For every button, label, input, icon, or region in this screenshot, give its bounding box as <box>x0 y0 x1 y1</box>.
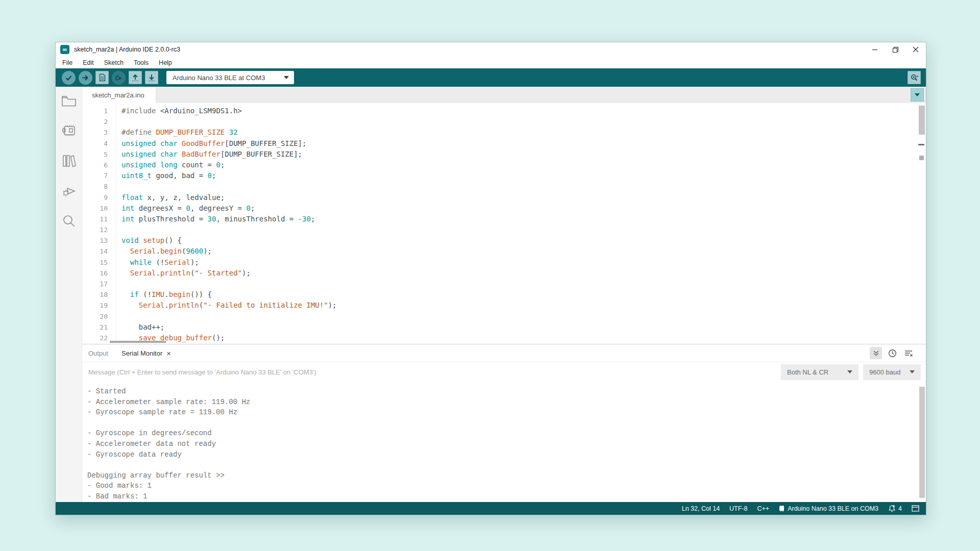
code-token: (); <box>212 334 225 342</box>
upload-button[interactable] <box>79 71 92 85</box>
menu-tools[interactable]: Tools <box>129 59 154 66</box>
sketch-upload-button[interactable] <box>129 71 142 84</box>
code-token: BadBuffer <box>182 150 220 158</box>
code-token: 0 <box>246 204 250 212</box>
code-token: Serial <box>130 247 156 255</box>
code-line[interactable]: unsigned char BadBuffer[DUMP_BUFFER_SIZE… <box>121 149 926 160</box>
line-ending-dropdown[interactable]: Both NL & CR <box>781 364 859 380</box>
code-token: uint8_t <box>121 171 152 180</box>
code-line[interactable]: bad++; <box>121 322 926 333</box>
language-mode[interactable]: C++ <box>757 505 770 512</box>
code-line[interactable]: int plusThreshold = 30, minusThreshold =… <box>121 214 926 224</box>
line-ending-value: Both NL & CR <box>787 368 828 376</box>
code-token: Serial <box>139 301 165 309</box>
serial-line <box>87 460 926 470</box>
tab-output[interactable]: Output <box>88 349 113 357</box>
code-token: (! <box>152 258 164 266</box>
code-line[interactable]: float x, y, z, ledvalue; <box>121 192 926 203</box>
serial-output: - Started- Accelerometer sample rate: 11… <box>82 382 926 502</box>
debug-button[interactable] <box>112 71 126 85</box>
toggle-panel-button[interactable] <box>912 505 919 512</box>
code-line[interactable]: Serial.begin(9600); <box>121 246 926 257</box>
code-line[interactable]: if (!IMU.begin()) { <box>121 289 926 300</box>
cursor-position[interactable]: Ln 32, Col 14 <box>682 505 720 512</box>
code-token <box>156 139 160 147</box>
baud-rate-dropdown[interactable]: 9600 baud <box>863 364 921 380</box>
code-token: int <box>121 204 134 212</box>
code-line[interactable] <box>121 116 926 127</box>
code-line[interactable]: #include <Arduino_LSM9DS1.h> <box>121 106 926 116</box>
tab-serial-monitor[interactable]: Serial Monitor × <box>113 349 171 357</box>
code-editor[interactable]: 12345678910111213141516171819202122 #inc… <box>82 103 926 344</box>
tab-list-dropdown-button[interactable] <box>911 88 924 102</box>
editor-horizontal-scrollbar[interactable] <box>110 341 166 343</box>
menu-edit[interactable]: Edit <box>78 59 99 66</box>
close-button[interactable] <box>905 42 926 57</box>
code-line[interactable]: unsigned long count = 0; <box>121 160 926 170</box>
code-line[interactable]: int degreesX = 0, degreesY = 0; <box>121 203 926 214</box>
code-token: ( <box>199 301 203 309</box>
code-token: float <box>121 193 143 202</box>
maximize-button[interactable] <box>885 42 905 57</box>
menu-help[interactable]: Help <box>154 59 177 66</box>
encoding-indicator[interactable]: UTF-8 <box>729 505 747 512</box>
code-token: (! <box>139 290 152 298</box>
code-token: 0 <box>186 204 190 212</box>
verify-button[interactable] <box>62 71 76 85</box>
menu-file[interactable]: File <box>57 59 78 66</box>
menu-sketch[interactable]: Sketch <box>99 59 129 66</box>
code-token: . <box>164 301 168 309</box>
code-line[interactable]: void setup() { <box>121 235 926 246</box>
code-token: ); <box>328 301 337 309</box>
code-token: <Arduino_LSM9DS1.h> <box>160 107 242 115</box>
chevron-down-icon <box>915 93 920 96</box>
code-line[interactable]: #define DUMP_BUFFER_SIZE 32 <box>121 127 926 138</box>
serial-plotter-button[interactable] <box>908 71 921 84</box>
serial-scrollbar[interactable] <box>919 387 925 498</box>
code-line[interactable]: while (!Serial); <box>121 257 926 268</box>
code-line[interactable]: uint8_t good, bad = 0; <box>121 170 926 181</box>
board-selector-dropdown[interactable]: Arduino Nano 33 BLE at COM3 <box>166 71 294 84</box>
notifications-button[interactable]: 4 <box>888 505 902 512</box>
search-icon <box>62 214 76 229</box>
code-line[interactable] <box>121 224 926 235</box>
code-token: if <box>130 290 139 298</box>
collapse-panel-button[interactable] <box>870 347 882 359</box>
minimize-button[interactable] <box>865 42 885 57</box>
timestamp-toggle-button[interactable] <box>886 347 898 359</box>
code-token: 9600 <box>186 247 203 255</box>
window-controls <box>865 42 926 57</box>
panel-tab-bar: Output Serial Monitor × <box>82 344 926 362</box>
tab-sketch-ino[interactable]: sketch_mar2a.ino <box>82 87 156 103</box>
line-number: 19 <box>82 300 116 311</box>
clear-output-button[interactable] <box>902 347 915 359</box>
code-token <box>156 161 160 169</box>
code-line[interactable]: save_debug_buffer(); <box>121 333 926 343</box>
code-line[interactable]: Serial.println("- Started"); <box>121 268 926 279</box>
code-line[interactable]: Serial.println("- Failed to initialize I… <box>121 300 926 311</box>
code-token: 30 <box>208 215 216 223</box>
sketch-download-button[interactable] <box>145 71 158 84</box>
board-status[interactable]: Arduino Nano 33 BLE on COM3 <box>779 505 878 512</box>
serial-message-input[interactable] <box>87 368 776 377</box>
line-number: 18 <box>82 289 116 300</box>
editor-vertical-scrollbar[interactable] <box>919 106 925 135</box>
sidebar-item-sketchbook[interactable] <box>61 95 77 110</box>
new-sketch-button[interactable] <box>95 71 109 84</box>
window-title: sketch_mar2a | Arduino IDE 2.0.0-rc3 <box>74 46 180 53</box>
code-line[interactable] <box>121 181 926 192</box>
sidebar-item-debugger[interactable] <box>61 184 77 200</box>
code-line[interactable] <box>121 279 926 289</box>
code-token: , minusThreshold = <box>216 215 298 223</box>
code-token: ; <box>251 204 255 212</box>
sidebar-item-boards-manager[interactable] <box>61 124 77 140</box>
code-line[interactable] <box>121 311 926 322</box>
main-area: sketch_mar2a.ino 12345678910111213141516… <box>82 87 926 502</box>
code-line[interactable]: unsigned char GoodBuffer[DUMP_BUFFER_SIZ… <box>121 138 926 149</box>
code-token: degreesX = <box>134 204 186 212</box>
library-books-icon <box>62 154 76 168</box>
sidebar-item-library-manager[interactable] <box>62 154 76 170</box>
sidebar-item-search[interactable] <box>62 214 76 231</box>
menu-bar: File Edit Sketch Tools Help <box>56 57 926 68</box>
close-tab-icon[interactable]: × <box>166 349 171 357</box>
